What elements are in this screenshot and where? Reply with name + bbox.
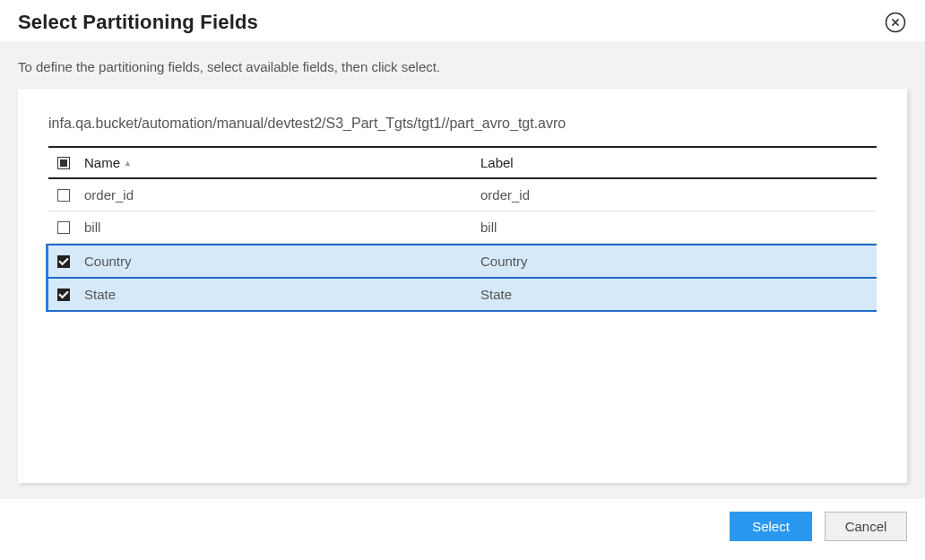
table-header: Name ▲ Label <box>48 146 877 179</box>
file-path: infa.qa.bucket/automation/manual/devtest… <box>48 116 877 132</box>
table-row[interactable]: bill bill <box>48 211 877 244</box>
column-header-label[interactable]: Label <box>480 155 877 170</box>
cell-label: order_id <box>480 187 877 202</box>
select-button[interactable]: Select <box>730 512 812 541</box>
column-header-label-label: Label <box>480 155 514 170</box>
table-row[interactable]: Country Country <box>46 244 877 279</box>
cell-label: bill <box>480 220 877 235</box>
cell-name: bill <box>84 220 480 235</box>
cell-name: State <box>84 287 480 302</box>
table-row[interactable]: State State <box>46 279 877 312</box>
cancel-button[interactable]: Cancel <box>825 512 907 541</box>
fields-table: Name ▲ Label order_id order_id bill bill <box>48 146 877 312</box>
cell-name: Country <box>84 254 480 269</box>
sort-asc-icon: ▲ <box>124 159 132 168</box>
column-header-name-label: Name <box>84 155 120 170</box>
cell-label: State <box>480 287 877 302</box>
close-icon[interactable] <box>884 11 907 34</box>
row-checkbox[interactable] <box>57 289 70 301</box>
row-checkbox[interactable] <box>57 221 70 234</box>
cell-name: order_id <box>84 187 480 202</box>
table-row[interactable]: order_id order_id <box>48 179 877 211</box>
cell-label: Country <box>480 254 877 269</box>
select-all-checkbox[interactable] <box>57 157 70 169</box>
row-checkbox[interactable] <box>57 255 70 268</box>
dialog-subtitle: To define the partitioning fields, selec… <box>18 59 907 74</box>
column-header-name[interactable]: Name ▲ <box>84 155 480 170</box>
dialog-title: Select Partitioning Fields <box>18 11 258 34</box>
fields-panel: infa.qa.bucket/automation/manual/devtest… <box>18 89 907 483</box>
row-checkbox[interactable] <box>57 189 70 202</box>
